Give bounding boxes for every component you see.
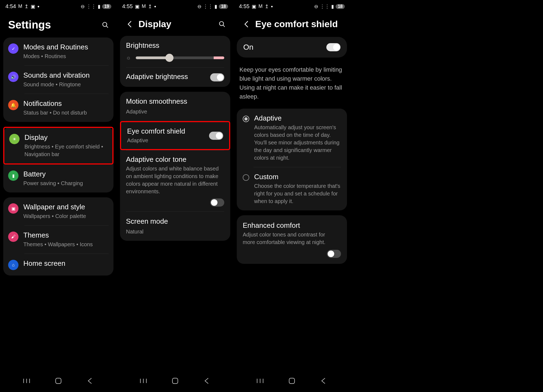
info-text: Keep your eyes comfortable by limiting b… xyxy=(233,62,350,109)
nav-bar xyxy=(233,371,350,392)
gmail-icon: M xyxy=(18,4,22,9)
adaptive-brightness-row[interactable]: Adaptive brightness xyxy=(120,68,230,87)
adaptive-brightness-toggle[interactable] xyxy=(210,73,224,81)
dnd-icon: ⊖ xyxy=(197,4,201,10)
home-icon: ⌂ xyxy=(8,260,18,270)
nav-recents[interactable] xyxy=(21,377,32,385)
back-button[interactable] xyxy=(242,19,251,29)
status-time: 4:54 xyxy=(5,3,16,10)
enhanced-comfort-card: Enhanced comfort Adjust color tones and … xyxy=(237,215,347,264)
nav-back[interactable] xyxy=(201,377,212,385)
settings-group: ☀ Display Brightness • Eye comfort shiel… xyxy=(3,127,113,192)
image-icon: ▣ xyxy=(31,4,35,10)
header: Eye comfort shield xyxy=(233,12,350,36)
display-panel: 4:55 ▣ M ↥ • ⊖ ⋮⋮ ▮ 18 Display Brightnes… xyxy=(117,0,233,392)
nav-home[interactable] xyxy=(286,377,297,385)
svg-point-6 xyxy=(219,21,223,26)
settings-group: ✓ Modes and Routines Modes • Routines 🔊 … xyxy=(3,37,113,122)
search-button[interactable] xyxy=(217,19,227,29)
sound-icon: 🔊 xyxy=(8,72,18,82)
motion-smoothness-row[interactable]: Motion smoothness Adaptive xyxy=(120,92,230,121)
adaptive-color-toggle[interactable] xyxy=(210,198,224,207)
svg-rect-15 xyxy=(289,378,295,384)
eye-comfort-toggle[interactable] xyxy=(209,132,223,140)
settings-item-display[interactable]: ☀ Display Brightness • Eye comfort shiel… xyxy=(3,127,113,165)
page-title: Settings xyxy=(8,19,97,31)
brightness-low-icon: ☼ xyxy=(126,55,131,61)
page-title: Eye comfort shield xyxy=(255,19,344,29)
enhanced-comfort-row[interactable]: Enhanced comfort Adjust color tones and … xyxy=(237,215,347,264)
settings-group: ▣ Wallpaper and style Wallpapers • Color… xyxy=(3,197,113,276)
settings-item-battery[interactable]: ▮ Battery Power saving • Charging xyxy=(3,165,113,192)
wifi-icon: ⋮⋮ xyxy=(86,4,96,10)
screen-mode-row[interactable]: Screen mode Natural xyxy=(120,212,230,241)
eye-comfort-row[interactable]: Eye comfort shield Adaptive xyxy=(120,121,230,150)
nav-recents[interactable] xyxy=(138,377,149,385)
gmail-icon: M xyxy=(142,4,146,9)
nav-home[interactable] xyxy=(53,377,64,385)
brightness-slider[interactable] xyxy=(136,56,224,59)
nav-bar xyxy=(0,371,117,392)
dnd-icon: ⊖ xyxy=(81,4,85,10)
option-custom[interactable]: Custom Choose the color temperature that… xyxy=(237,167,347,210)
status-time: 4:55 xyxy=(239,3,250,10)
settings-panel: 4:54 M ↥ ▣ • ⊖ ⋮⋮ ▮ 19 Settings ✓ Modes … xyxy=(0,0,117,392)
battery-level: 19 xyxy=(102,4,111,9)
image-icon: ▣ xyxy=(252,4,256,10)
settings-item-themes[interactable]: 🖌 Themes Themes • Wallpapers • Icons xyxy=(3,226,113,254)
radio-unselected-icon[interactable] xyxy=(243,174,249,181)
main-toggle[interactable] xyxy=(326,43,340,51)
radio-selected-icon[interactable] xyxy=(243,116,249,122)
wifi-icon: ⋮⋮ xyxy=(203,4,213,10)
brush-icon: 🖌 xyxy=(8,232,18,242)
upload-icon: ↥ xyxy=(265,4,269,10)
wifi-icon: ⋮⋮ xyxy=(320,4,330,10)
main-toggle-card[interactable]: On xyxy=(237,37,347,58)
picture-icon: ▣ xyxy=(8,203,18,214)
status-bar: 4:55 ▣ M ↥ • ⊖ ⋮⋮ ▮ 18 xyxy=(117,0,233,12)
search-button[interactable] xyxy=(100,20,110,30)
header: Display xyxy=(117,12,233,36)
battery-level: 18 xyxy=(336,4,345,9)
svg-point-0 xyxy=(103,22,107,26)
header: Settings xyxy=(0,12,117,37)
status-bar: 4:54 M ↥ ▣ • ⊖ ⋮⋮ ▮ 19 xyxy=(0,0,117,12)
eye-comfort-panel: 4:55 ▣ M ↥ • ⊖ ⋮⋮ ▮ 18 Eye comfort shiel… xyxy=(233,0,350,392)
display-options-card: Motion smoothness Adaptive Eye comfort s… xyxy=(120,92,230,241)
settings-item-sounds[interactable]: 🔊 Sounds and vibration Sound mode • Ring… xyxy=(3,66,113,94)
settings-item-notifications[interactable]: 🔔 Notifications Status bar • Do not dist… xyxy=(3,94,113,122)
status-bar: 4:55 ▣ M ↥ • ⊖ ⋮⋮ ▮ 18 xyxy=(233,0,350,12)
bell-icon: 🔔 xyxy=(8,100,18,110)
nav-home[interactable] xyxy=(170,377,181,385)
modes-icon: ✓ xyxy=(8,43,18,54)
signal-icon: ▮ xyxy=(214,4,217,10)
mode-options-card: Adaptive Automatically adjust your scree… xyxy=(237,109,347,210)
brightness-label: Brightness xyxy=(120,36,230,52)
back-button[interactable] xyxy=(125,19,135,29)
nav-recents[interactable] xyxy=(255,377,266,385)
image-icon: ▣ xyxy=(135,4,140,10)
nav-back[interactable] xyxy=(85,377,96,385)
svg-line-7 xyxy=(223,25,225,27)
status-time: 4:55 xyxy=(122,3,133,10)
upload-icon: ↥ xyxy=(148,4,152,10)
settings-item-wallpaper[interactable]: ▣ Wallpaper and style Wallpapers • Color… xyxy=(3,197,113,225)
page-title: Display xyxy=(138,19,213,29)
svg-rect-5 xyxy=(56,378,61,384)
settings-item-modes[interactable]: ✓ Modes and Routines Modes • Routines xyxy=(3,37,113,65)
svg-line-1 xyxy=(106,26,108,28)
battery-icon: ▮ xyxy=(8,170,18,181)
sun-icon: ☀ xyxy=(9,134,20,144)
signal-icon: ▮ xyxy=(331,4,334,10)
signal-icon: ▮ xyxy=(98,4,100,10)
battery-level: 18 xyxy=(219,4,228,9)
enhanced-comfort-toggle[interactable] xyxy=(327,250,341,258)
option-adaptive[interactable]: Adaptive Automatically adjust your scree… xyxy=(237,109,347,167)
adaptive-color-row[interactable]: Adaptive color tone Adjust colors and wh… xyxy=(120,150,230,211)
svg-rect-11 xyxy=(172,378,178,384)
settings-item-home[interactable]: ⌂ Home screen xyxy=(3,254,113,276)
nav-back[interactable] xyxy=(318,377,329,385)
nav-bar xyxy=(117,371,233,392)
upload-icon: ↥ xyxy=(24,4,29,10)
brightness-card: Brightness ☼ Adaptive brightness xyxy=(120,36,230,87)
